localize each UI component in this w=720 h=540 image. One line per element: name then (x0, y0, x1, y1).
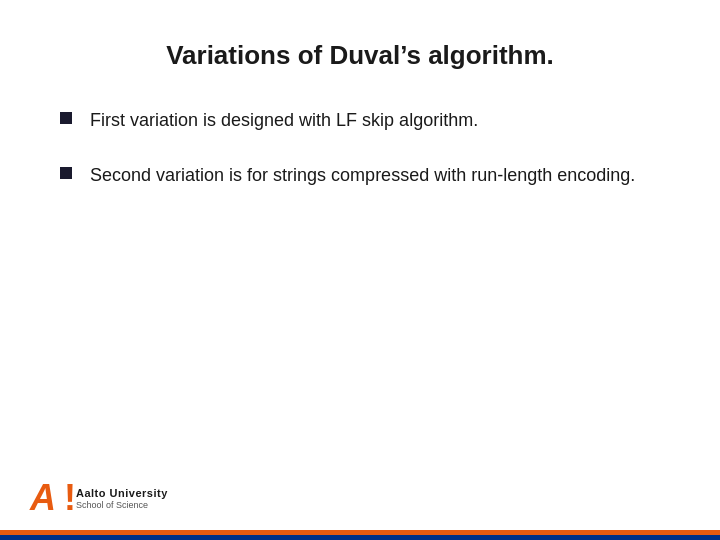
bullet-list: First variation is designed with LF skip… (60, 107, 660, 189)
logo-exclamation: ! (64, 480, 76, 516)
list-item: Second variation is for strings compress… (60, 162, 660, 189)
logo-text-block: Aalto University School of Science (76, 487, 168, 510)
footer: A ! Aalto University School of Science (0, 470, 720, 540)
bullet-text-2: Second variation is for strings compress… (90, 162, 660, 189)
bullet-text-1: First variation is designed with LF skip… (90, 107, 660, 134)
slide: Variations of Duval’s algorithm. First v… (0, 0, 720, 540)
list-item: First variation is designed with LF skip… (60, 107, 660, 134)
logo-a-letter: A (30, 480, 56, 516)
footer-logo: A ! Aalto University School of Science (30, 480, 168, 516)
footer-background: A ! Aalto University School of Science (0, 470, 720, 530)
logo-university-name: Aalto University (76, 487, 168, 499)
content-area: Variations of Duval’s algorithm. First v… (0, 0, 720, 540)
bullet-icon (60, 167, 72, 179)
footer-blue-line (0, 535, 720, 540)
slide-title: Variations of Duval’s algorithm. (60, 40, 660, 71)
bullet-icon (60, 112, 72, 124)
logo-school-name: School of Science (76, 500, 168, 510)
